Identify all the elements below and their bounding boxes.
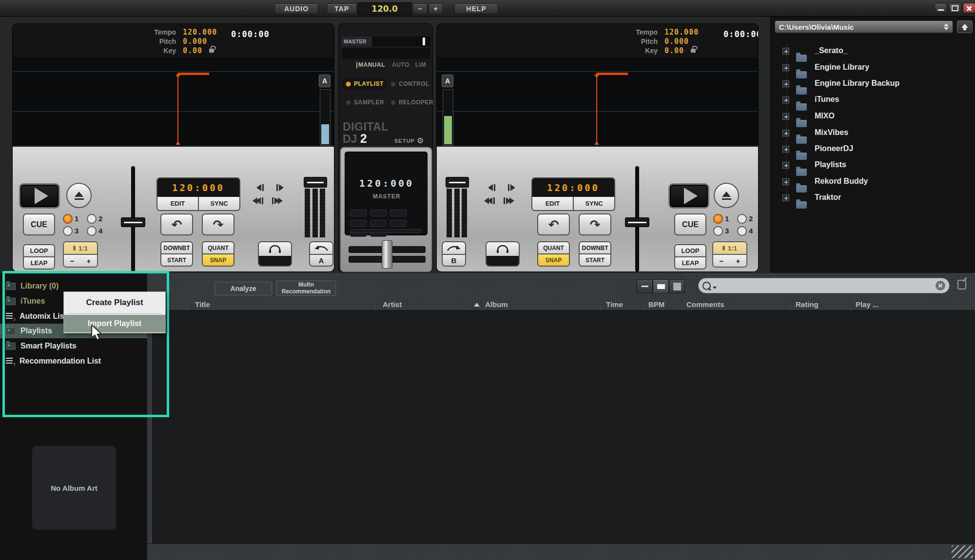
expand-plus-icon[interactable] [782,130,789,136]
hotcue-4[interactable]: 4 [737,226,759,236]
loop-minus-button[interactable]: − [720,257,724,265]
tab-relooper[interactable]: RELOOPER [390,98,433,107]
column-artist[interactable]: Artist [383,300,402,309]
bpm-plus-button[interactable]: + [429,3,443,14]
downbeat-button[interactable]: DOWNBT [161,242,192,253]
hotcue-3[interactable]: 3 [63,226,85,236]
key-unlock-icon[interactable] [691,49,696,53]
play-button[interactable] [668,183,709,209]
row-size-large-button[interactable] [669,279,685,293]
path-spinner-icon[interactable] [944,23,949,30]
mode-manual[interactable]: MANUAL [358,61,385,68]
analyze-button[interactable]: Analyze [214,282,272,295]
folder-row[interactable]: _Serato_ [771,45,975,58]
cue-button[interactable]: CUE [674,213,706,235]
loop-minus-button[interactable]: − [70,257,75,265]
tab-sampler[interactable]: SAMPLER [346,98,388,107]
mode-lim[interactable]: LIM [415,61,426,68]
pitch-slider[interactable] [446,177,468,238]
play-button[interactable] [19,183,60,209]
pitch-slider[interactable] [304,177,326,238]
expand-plus-icon[interactable] [782,194,789,201]
folder-row[interactable]: iTunes [771,94,975,106]
folder-row[interactable]: Playlists [771,159,975,172]
eject-button[interactable] [66,183,92,208]
sync-button[interactable]: SYNC [573,197,614,210]
seek-forward-icon[interactable] [504,195,514,206]
pitch-slider-handle[interactable] [304,177,327,188]
tap-button[interactable]: TAP [327,3,357,14]
column-play-count[interactable]: Play ... [856,300,879,309]
leap-button[interactable]: LEAP [675,256,705,269]
leap-button[interactable]: LEAP [24,256,54,269]
path-selector[interactable]: C:\Users\Olivia\Music [775,20,953,33]
loop-button[interactable]: LOOP [675,245,705,256]
seek-back-icon[interactable] [253,195,263,206]
eject-button[interactable] [714,183,739,208]
edit-button[interactable]: EDIT [157,197,198,210]
menu-item-create-playlist[interactable]: Create Playlist [64,292,165,313]
hotcue-2[interactable]: 2 [737,213,759,224]
master-volume-handle[interactable] [423,38,425,45]
seek-forward-icon[interactable] [272,195,283,206]
folder-row[interactable]: Engine Library [771,61,975,74]
row-size-medium-button[interactable] [653,279,669,293]
tab-control[interactable]: CONTROL [390,79,431,88]
tab-playlist[interactable]: PLAYLIST [342,77,388,90]
hotcue-4[interactable]: 4 [87,226,109,236]
column-time[interactable]: Time [606,300,623,309]
deck-b-waveform[interactable]: A [437,57,759,147]
setup-button[interactable]: SETUP⚙ [394,136,424,145]
column-comments[interactable]: Comments [686,300,724,309]
minimize-icon[interactable] [935,3,947,13]
folder-row[interactable]: Rekord Buddy [771,175,975,188]
quant-button[interactable]: QUANT [538,242,569,253]
pitch-slider-handle[interactable] [446,177,469,188]
search-icon[interactable] [702,282,711,290]
folder-row[interactable]: PioneerDJ [771,143,975,155]
volume-fader-handle[interactable] [625,217,649,227]
key-unlock-icon[interactable] [209,49,214,53]
column-rating[interactable]: Rating [796,300,819,309]
close-icon[interactable] [963,3,975,13]
loop-plus-button[interactable]: + [736,257,741,265]
help-button[interactable]: HELP [454,3,498,14]
search-filter-dropdown-icon[interactable] [713,287,717,289]
cue-button[interactable]: CUE [23,213,55,235]
crossfader-handle[interactable] [382,240,392,269]
nudge-forward-icon[interactable] [276,182,284,193]
hotcue-2[interactable]: 2 [87,213,109,224]
expand-plus-icon[interactable] [782,97,789,103]
nudge-forward-icon[interactable] [508,182,515,193]
snap-button[interactable]: SNAP [203,253,234,266]
row-size-small-button[interactable] [637,279,653,293]
start-button[interactable]: START [580,253,610,266]
mufin-recommendation-button[interactable]: MufinRecommendation [276,281,336,296]
bpm-minus-button[interactable]: − [413,3,428,14]
resize-grip-icon[interactable] [952,545,973,558]
quant-button[interactable]: QUANT [203,242,234,253]
redo-button[interactable]: ↷ [579,213,611,235]
expand-plus-icon[interactable] [782,80,789,87]
maximize-icon[interactable] [949,3,961,13]
start-button[interactable]: START [161,253,192,266]
sidebar-item-smart-playlists[interactable]: Smart Playlists [0,339,147,353]
external-window-icon[interactable] [957,280,966,290]
headphone-cue-button[interactable] [258,241,292,267]
expand-plus-icon[interactable] [782,162,789,169]
menu-item-import-playlist[interactable]: Import Playlist [64,315,165,332]
sidebar-divider[interactable] [147,310,152,543]
folder-row[interactable]: Engine Library Backup [771,77,975,90]
redo-button[interactable]: ↷ [202,213,234,235]
sidebar-item-recommendation-list[interactable]: Recommendation List [0,354,147,368]
folder-up-button[interactable] [957,20,973,33]
folder-row[interactable]: Traktor [771,192,975,204]
deck-b-assign-button[interactable]: B [442,241,466,267]
snap-button[interactable]: SNAP [538,253,569,266]
expand-plus-icon[interactable] [782,178,789,185]
expand-plus-icon[interactable] [782,113,789,120]
expand-plus-icon[interactable] [782,64,789,71]
loop-plus-button[interactable]: + [87,257,91,265]
downbeat-button[interactable]: DOWNBT [580,242,610,253]
search-input[interactable] [719,281,934,290]
